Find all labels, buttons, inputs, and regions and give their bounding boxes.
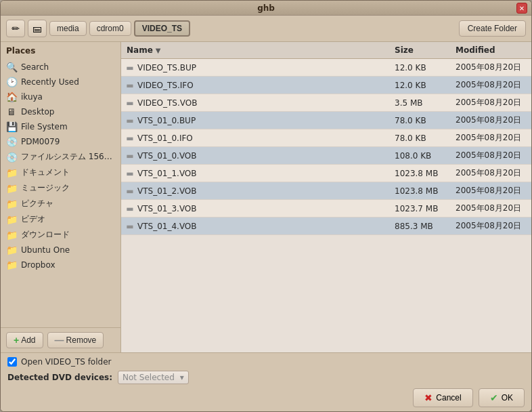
cancel-label: Cancel [436,393,461,403]
table-row[interactable]: ▬VTS_01_0.BUP78.0 KB2005年08月20日 [121,112,531,129]
table-row[interactable]: ▬VTS_01_2.VOB1023.8 MB2005年08月20日 [121,182,531,200]
table-row[interactable]: ▬VIDEO_TS.IFO12.0 KB2005年08月20日 [121,77,531,94]
column-size-label: Size [395,45,414,55]
sidebar-item-label-filesystem: File System [21,122,68,131]
sidebar-item-label-pictures: ピクチャ [21,198,53,209]
sidebar-item-dropbox[interactable]: 📁Dropbox [1,258,120,272]
filesystem-icon: 💾 [6,121,17,132]
sidebar-item-pictures[interactable]: 📁ピクチャ [1,196,120,211]
create-folder-button[interactable]: Create Folder [459,20,526,37]
drive-icon-button[interactable]: 🖴 [28,20,47,37]
bottom-bar: Open VIDEO_TS folder Detected DVD device… [1,352,531,411]
table-row[interactable]: ▬VTS_01_0.VOB108.0 KB2005年08月20日 [121,147,531,165]
file-icon: ▬ [121,186,135,196]
device-label: Detected DVD devices: [7,373,112,382]
file-modified: 2005年08月20日 [450,59,531,76]
column-modified[interactable]: Modified [450,42,531,58]
action-row: ✖ Cancel ✔ OK [7,388,525,407]
sidebar-item-search[interactable]: 🔍Search [1,60,120,75]
table-row[interactable]: ▬VTS_01_4.VOB885.3 MB2005年08月20日 [121,218,531,235]
file-modified: 2005年08月20日 [450,218,531,234]
sidebar-item-label-videos: ビデオ [21,213,45,225]
sidebar-item-ikuya[interactable]: 🏠ikuya [1,89,120,104]
search-icon: 🔍 [6,62,17,73]
sidebar-item-label-music: ミュージック [21,182,70,194]
sidebar-item-pdm0079[interactable]: 💿PDM0079 [1,134,120,149]
file-name: VIDEO_TS.VOB [135,96,389,110]
table-row[interactable]: ▬VTS_01_0.IFO78.0 KB2005年08月20日 [121,129,531,147]
file-icon: ▬ [121,63,135,73]
close-button[interactable]: ✕ [516,3,527,14]
main-content: Places 🔍Search🕑Recently Used🏠ikuya🖥Deskt… [1,42,531,352]
file-name: VIDEO_TS.IFO [135,78,389,93]
sidebar-item-ubuntuone[interactable]: 📁Ubuntu One [1,243,120,258]
pencil-icon-button[interactable]: ✏ [6,20,25,37]
column-size[interactable]: Size [389,42,450,58]
file-icon: ▬ [121,81,135,90]
drive-icon: 🖴 [32,23,42,34]
sidebar-item-label-ikuya: ikuya [21,92,43,102]
sidebar: Places 🔍Search🕑Recently Used🏠ikuya🖥Deskt… [1,42,121,352]
file-name: VTS_01_0.VOB [135,148,389,163]
table-row[interactable]: ▬VTS_01_1.VOB1023.8 MB2005年08月20日 [121,165,531,182]
file-icon: ▬ [121,222,135,231]
file-modified: 2005年08月20日 [450,147,531,164]
cancel-button[interactable]: ✖ Cancel [413,388,472,407]
sidebar-item-music[interactable]: 📁ミュージック [1,180,120,196]
remove-button[interactable]: — Remove [47,332,104,348]
file-icon: ▬ [121,204,135,213]
sort-arrow: ▼ [156,47,161,54]
remove-label: Remove [66,335,97,345]
sidebar-item-downloads[interactable]: 📁ダウンロード [1,227,120,243]
pictures-icon: 📁 [6,199,17,209]
sidebar-item-label-filesystem156: ファイルシステム 156… [21,151,112,163]
open-folder-checkbox[interactable] [7,357,17,367]
device-select[interactable]: Not Selected ▾ [118,371,189,384]
file-size: 1023.8 MB [389,166,450,181]
file-name: VTS_01_3.VOB [135,201,389,216]
dropdown-arrow-icon: ▾ [180,373,184,382]
filesystem156-icon: 💿 [6,152,17,163]
file-icon: ▬ [121,133,135,143]
ok-check-icon: ✔ [490,392,498,403]
sidebar-item-recently-used[interactable]: 🕑Recently Used [1,75,120,89]
file-name: VTS_01_4.VOB [135,219,389,234]
breadcrumb-media[interactable]: media [49,21,87,36]
sidebar-list: 🔍Search🕑Recently Used🏠ikuya🖥Desktop💾File… [1,58,120,327]
sidebar-item-label-recently-used: Recently Used [21,77,79,87]
open-folder-label: Open VIDEO_TS folder [21,357,111,367]
sidebar-item-documents[interactable]: 📁ドキュメント [1,165,120,180]
breadcrumb-cdrom0[interactable]: cdrom0 [89,21,131,36]
file-icon: ▬ [121,98,135,108]
file-size: 78.0 KB [389,113,450,128]
sidebar-item-videos[interactable]: 📁ビデオ [1,211,120,227]
file-modified: 2005年08月20日 [450,94,531,111]
documents-icon: 📁 [6,167,17,178]
sidebar-item-label-search: Search [21,62,49,72]
sidebar-item-desktop[interactable]: 🖥Desktop [1,104,120,119]
file-size: 1023.7 MB [389,201,450,216]
table-row[interactable]: ▬VIDEO_TS.BUP12.0 KB2005年08月20日 [121,59,531,77]
sidebar-item-label-downloads: ダウンロード [21,229,70,241]
sidebar-item-label-desktop: Desktop [21,107,55,117]
file-modified: 2005年08月20日 [450,200,531,217]
toolbar: ✏ 🖴 media cdrom0 VIDEO_TS Create Folder [1,16,531,42]
sidebar-header: Places [1,42,120,58]
add-button[interactable]: + Add [6,332,43,348]
file-icon: ▬ [121,116,135,125]
table-row[interactable]: ▬VIDEO_TS.VOB3.5 MB2005年08月20日 [121,94,531,112]
sidebar-item-filesystem[interactable]: 💾File System [1,119,120,134]
column-name[interactable]: Name ▼ [121,42,389,58]
sidebar-item-filesystem156[interactable]: 💿ファイルシステム 156… [1,149,120,165]
desktop-icon: 🖥 [6,106,17,117]
file-icon: ▬ [121,151,135,161]
ikuya-icon: 🏠 [6,91,17,102]
breadcrumb-video-ts[interactable]: VIDEO_TS [134,20,190,37]
ok-button[interactable]: ✔ OK [479,388,525,407]
table-row[interactable]: ▬VTS_01_3.VOB1023.7 MB2005年08月20日 [121,200,531,218]
column-name-label: Name [127,45,153,55]
file-name: VTS_01_0.IFO [135,131,389,146]
file-table-header: Name ▼ Size Modified [121,42,531,59]
file-name: VIDEO_TS.BUP [135,60,389,75]
pencil-icon: ✏ [12,23,20,34]
